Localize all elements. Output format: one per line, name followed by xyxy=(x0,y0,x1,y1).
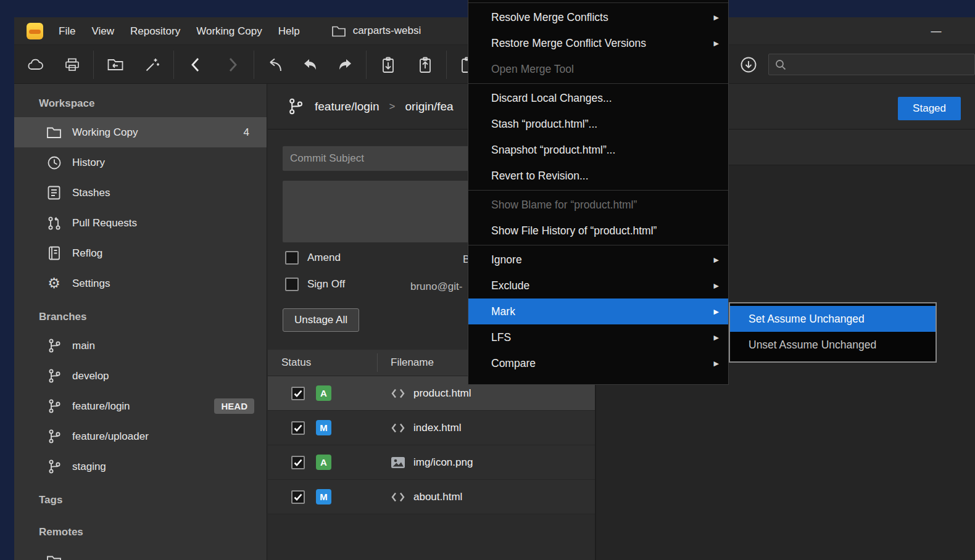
submenu-item-set-assume-unchanged[interactable]: Set Assume Unchanged xyxy=(730,306,936,332)
menu-item-ignore[interactable]: Ignore ▶ xyxy=(468,247,728,273)
sidebar-item-pull-requests[interactable]: Pull Requests xyxy=(14,208,267,238)
table-row[interactable]: M index.html xyxy=(268,411,595,445)
printer-icon[interactable] xyxy=(55,49,89,80)
submenu-arrow-icon: ▶ xyxy=(714,360,719,368)
filename: about.html xyxy=(413,491,462,503)
sidebar-item-stashes[interactable]: Stashes xyxy=(14,178,267,208)
folder-icon xyxy=(46,125,62,140)
menu-file[interactable]: File xyxy=(51,17,83,45)
repo-tab[interactable]: carparts-websi xyxy=(331,23,421,39)
branch-icon xyxy=(46,429,62,444)
sign-off-checkbox[interactable] xyxy=(285,278,299,291)
clipboard-push-icon[interactable] xyxy=(408,49,442,80)
branch-icon xyxy=(46,368,62,384)
code-file-icon xyxy=(391,491,405,503)
context-menu: Resolve Merge Conflicts ▶ Restore Merge … xyxy=(468,0,729,385)
search-icon xyxy=(775,59,786,70)
file-checkbox[interactable] xyxy=(291,387,305,400)
download-icon[interactable] xyxy=(731,49,766,80)
menu-item-compare[interactable]: Compare ▶ xyxy=(468,350,728,376)
search-box[interactable] xyxy=(768,54,975,75)
submenu-arrow-icon: ▶ xyxy=(714,256,719,264)
folder-icon xyxy=(46,553,62,560)
menu-repository[interactable]: Repository xyxy=(122,17,188,45)
unstage-all-button[interactable]: Unstage All xyxy=(283,308,359,332)
sidebar-item-branch-feature-uploader[interactable]: feature/uploader xyxy=(14,421,267,451)
menu-separator xyxy=(468,245,728,245)
redo-arrow-icon[interactable] xyxy=(328,49,362,80)
working-copy-count-badge: 4 xyxy=(244,126,249,139)
folder-icon xyxy=(331,23,347,39)
menu-item-mark[interactable]: Mark ▶ xyxy=(468,299,728,324)
menu-item-discard-local-changes[interactable]: Discard Local Changes... xyxy=(468,85,728,111)
file-checkbox[interactable] xyxy=(291,456,305,469)
status-badge: A xyxy=(316,455,331,470)
file-checkbox[interactable] xyxy=(291,490,305,504)
sidebar-item-reflog[interactable]: Reflog xyxy=(14,238,267,268)
menu-item-revert-to-revision[interactable]: Revert to Revision... xyxy=(468,163,728,189)
head-badge: HEAD xyxy=(214,398,254,414)
table-row[interactable]: A img/icon.png xyxy=(268,445,595,480)
cloud-icon[interactable] xyxy=(18,49,52,80)
submenu-arrow-icon: ▶ xyxy=(714,308,719,316)
clock-icon xyxy=(46,155,62,170)
sidebar-item-working-copy[interactable]: Working Copy 4 xyxy=(14,117,267,147)
menu-item-snapshot-file[interactable]: Snapshot “product.html”... xyxy=(468,137,728,163)
submenu-item-unset-assume-unchanged[interactable]: Unset Assume Unchanged xyxy=(730,332,936,358)
sidebar-item-history[interactable]: History xyxy=(14,147,267,178)
sidebar-item-branch-main[interactable]: main xyxy=(14,331,267,361)
table-row[interactable]: M about.html xyxy=(268,480,595,514)
sidebar-item-label: feature/login xyxy=(72,400,130,413)
sidebar-item-branch-feature-login[interactable]: feature/login HEAD xyxy=(14,391,267,421)
filename: product.html xyxy=(413,387,471,400)
sidebar-item-label: Stashes xyxy=(72,187,110,199)
sidebar-item-label: Working Copy xyxy=(72,126,138,139)
staged-button[interactable]: Staged xyxy=(898,97,961,120)
sidebar-item-label: Settings xyxy=(72,278,110,290)
sidebar-item-branch-staging[interactable]: staging xyxy=(14,451,267,482)
repo-folder-icon[interactable] xyxy=(98,49,133,80)
menu-help[interactable]: Help xyxy=(270,17,308,45)
stash-icon xyxy=(46,185,62,200)
nav-forward-icon[interactable] xyxy=(215,49,250,80)
section-tags: Tags xyxy=(14,487,267,514)
sidebar-item-settings[interactable]: ⚙ Settings xyxy=(14,268,267,299)
menu-item-resolve-merge-conflicts[interactable]: Resolve Merge Conflicts ▶ xyxy=(468,4,728,30)
column-filename: Filename xyxy=(377,356,434,369)
code-file-icon xyxy=(391,387,405,400)
file-checkbox[interactable] xyxy=(291,421,305,435)
sidebar-item-label: develop xyxy=(72,370,109,382)
section-branches: Branches xyxy=(14,303,267,331)
menu-item-exclude[interactable]: Exclude ▶ xyxy=(468,273,728,299)
menu-view[interactable]: View xyxy=(83,17,122,45)
sidebar-item-remote-partial[interactable] xyxy=(14,546,267,560)
magic-wand-icon[interactable] xyxy=(135,49,170,80)
status-badge: M xyxy=(316,489,331,504)
menu-item-lfs[interactable]: LFS ▶ xyxy=(468,324,728,350)
sidebar-item-label: History xyxy=(72,157,105,169)
branch-icon xyxy=(46,398,62,414)
sidebar-item-branch-develop[interactable]: develop xyxy=(14,361,267,391)
toolbar-separator xyxy=(446,51,447,79)
amend-checkbox[interactable] xyxy=(285,251,299,265)
menu-item-stash-file[interactable]: Stash “product.html”... xyxy=(468,111,728,137)
clipboard-pull-icon[interactable] xyxy=(371,49,405,80)
image-file-icon xyxy=(391,456,405,469)
menu-working-copy[interactable]: Working Copy xyxy=(188,17,270,45)
upstream-branch-label: origin/fea xyxy=(405,100,454,113)
repo-name: carparts-websi xyxy=(353,25,421,37)
toolbar-separator xyxy=(173,51,174,79)
undo-arrow-icon[interactable] xyxy=(293,49,328,80)
search-input[interactable] xyxy=(791,59,958,70)
filename: img/icon.png xyxy=(413,456,473,469)
checkout-arrow-icon[interactable] xyxy=(259,49,293,80)
app-icon xyxy=(27,23,43,39)
section-remotes: Remotes xyxy=(14,519,267,546)
menu-item-show-file-history[interactable]: Show File History of “product.html” xyxy=(468,218,728,244)
amend-row: Amend xyxy=(285,251,341,265)
menu-item-restore-merge-conflict-versions[interactable]: Restore Merge Conflict Versions ▶ xyxy=(468,30,728,56)
minimize-button[interactable]: — xyxy=(922,17,950,45)
sidebar-item-label: Pull Requests xyxy=(72,217,137,229)
status-badge: A xyxy=(316,385,331,401)
nav-back-icon[interactable] xyxy=(178,49,213,80)
